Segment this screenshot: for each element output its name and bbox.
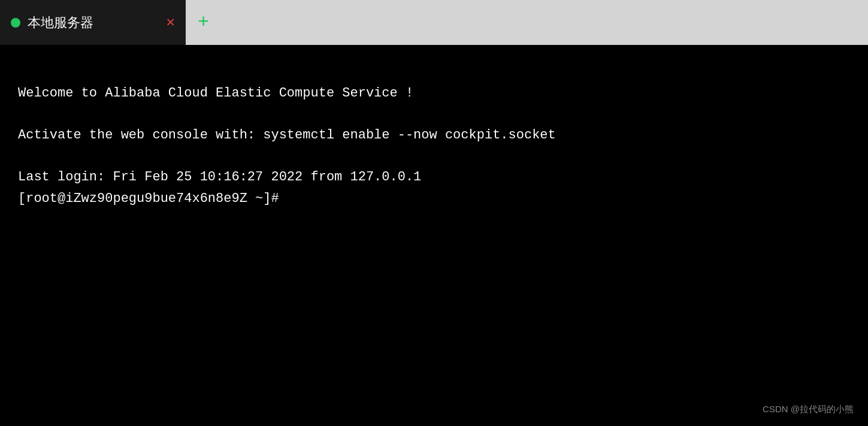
active-tab[interactable]: 本地服务器 ✕	[0, 0, 186, 45]
terminal-line-4: Activate the web console with: systemctl…	[18, 125, 850, 146]
terminal-line-1	[18, 62, 850, 83]
tab-close-button[interactable]: ✕	[167, 16, 175, 30]
terminal-line-6: Last login: Fri Feb 25 10:16:27 2022 fro…	[18, 167, 850, 188]
terminal-line-5	[18, 146, 850, 167]
new-tab-icon: +	[198, 13, 209, 32]
terminal-line-2: Welcome to Alibaba Cloud Elastic Compute…	[18, 83, 850, 104]
tab-bar: 本地服务器 ✕ +	[0, 0, 868, 45]
terminal-area[interactable]: Welcome to Alibaba Cloud Elastic Compute…	[0, 45, 868, 426]
tab-status-dot	[11, 18, 20, 28]
watermark: CSDN @拉代码的小熊	[763, 404, 854, 415]
terminal-line-7: [root@iZwz90pegu9bue74x6n8e9Z ~]#	[18, 188, 850, 209]
tab-label: 本地服务器	[28, 14, 159, 32]
new-tab-button[interactable]: +	[186, 0, 221, 45]
terminal-line-3	[18, 104, 850, 125]
